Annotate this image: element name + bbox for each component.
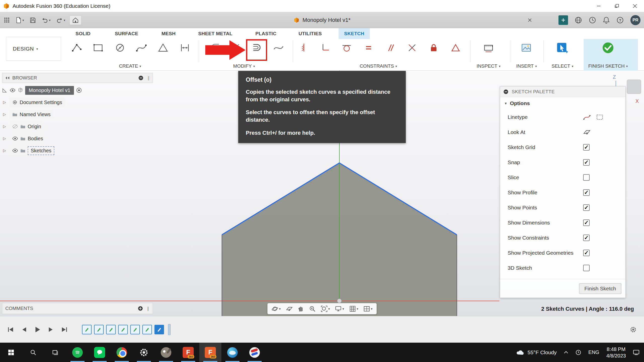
tree-row-sketches[interactable]: ▷ Sketches [2, 145, 153, 156]
sketch-curve-tool-button[interactable] [271, 40, 286, 55]
minimize-button[interactable] [590, 0, 608, 12]
insert-image-button[interactable] [519, 40, 534, 55]
slice-checkbox[interactable] [583, 174, 590, 181]
new-tab-button[interactable] [558, 15, 568, 25]
tab-surface[interactable]: SURFACE [109, 28, 144, 39]
panel-grip[interactable]: ∥ [147, 306, 150, 311]
polygon-tool-button[interactable] [155, 40, 171, 55]
finish-sketch-dropdown[interactable]: FINISH SKETCH▾ [588, 63, 628, 69]
taskbar-app-edge-browser[interactable] [221, 343, 244, 362]
coincident-constraint-button[interactable] [296, 40, 311, 55]
fix-lock-constraint-button[interactable] [426, 40, 441, 55]
task-view-icon[interactable] [44, 343, 66, 362]
job-status-clock-icon[interactable] [589, 16, 596, 24]
insert-group-dropdown[interactable]: INSERT▾ [516, 63, 537, 69]
browser-header[interactable]: BROWSER ∥ [2, 73, 153, 83]
dimension-tool-button[interactable] [177, 40, 192, 55]
timeline-sketch-feature[interactable] [106, 325, 116, 334]
comments-panel[interactable]: COMMENTS ∥ [2, 303, 153, 314]
show-points-checkbox[interactable] [583, 204, 590, 211]
web-home-icon[interactable] [575, 16, 582, 24]
expand-arrow-icon[interactable]: ▷ [2, 124, 7, 129]
symmetry-constraint-button[interactable] [448, 40, 463, 55]
step-back-button[interactable] [21, 326, 27, 333]
construction-line-icon[interactable] [583, 114, 591, 120]
taskbar-app-settings[interactable] [133, 343, 155, 362]
expand-arrow-icon[interactable]: ▷ [2, 136, 7, 141]
taskbar-clock[interactable]: 8:48 PM 4/8/2023 [606, 346, 626, 359]
tangent-constraint-button[interactable] [339, 40, 354, 55]
linetype-pattern-icon[interactable] [596, 114, 603, 120]
pan-button[interactable] [298, 305, 304, 312]
action-center-icon[interactable] [633, 349, 639, 355]
zoom-button[interactable] [309, 305, 316, 312]
orbit-button[interactable]: ▾ [271, 305, 281, 312]
grid-snap-button[interactable]: ▾ [349, 305, 358, 312]
timeline-sketch-feature[interactable] [130, 325, 140, 334]
display-settings-button[interactable]: ▾ [335, 305, 344, 312]
create-group-dropdown[interactable]: CREATE▾ [119, 63, 141, 69]
taskbar-app-gimp[interactable] [155, 343, 177, 362]
home-view-button[interactable] [69, 15, 82, 25]
timeline-position-marker[interactable] [168, 324, 171, 335]
notifications-bell-icon[interactable] [603, 16, 610, 24]
document-close-icon[interactable] [525, 16, 534, 25]
timeline-sketch-feature[interactable] [94, 325, 104, 334]
visibility-eye-icon[interactable] [10, 88, 16, 93]
play-button[interactable] [34, 326, 41, 333]
visibility-eye-icon[interactable] [12, 148, 18, 153]
close-button[interactable] [626, 0, 644, 12]
undo-button[interactable]: ▾ [40, 16, 52, 24]
fit-view-button[interactable]: ▾ [321, 305, 330, 312]
line-tool-button[interactable] [69, 40, 84, 55]
panel-grip[interactable]: ∥ [148, 75, 150, 81]
finish-sketch-button[interactable] [600, 40, 616, 55]
taskbar-app-line[interactable] [89, 343, 111, 362]
tree-row-named-views[interactable]: ▷ Named Views [2, 109, 153, 120]
timeline-sketch-feature[interactable] [118, 325, 128, 334]
help-icon[interactable]: ? [616, 16, 624, 24]
parallel-constraint-button[interactable] [383, 40, 398, 55]
finish-sketch-palette-button[interactable]: Finish Sketch [579, 283, 621, 294]
tree-row-origin[interactable]: ▷ Origin [2, 121, 153, 132]
snap-checkbox[interactable] [583, 159, 590, 166]
select-tool-button[interactable] [554, 40, 570, 55]
expand-panel-icon[interactable] [138, 306, 143, 311]
taskbar-app-fusion-360-active[interactable]: F360 [199, 343, 221, 362]
minimize-panel-icon[interactable] [138, 75, 144, 81]
show-profile-checkbox[interactable] [583, 189, 590, 196]
rectangle-tool-button[interactable] [91, 40, 106, 55]
step-forward-button[interactable] [48, 326, 54, 333]
weather-widget[interactable]: 55°F Cloudy [516, 349, 557, 355]
expand-arrow-icon[interactable]: ▷ [2, 100, 7, 105]
app-grid-icon[interactable] [2, 16, 12, 24]
select-group-dropdown[interactable]: SELECT▾ [552, 63, 573, 69]
timeline-sketch-feature-active[interactable] [154, 325, 164, 334]
tab-sheet-metal[interactable]: SHEET METAL [193, 28, 238, 39]
show-projected-geometries-checkbox[interactable] [583, 250, 590, 256]
timeline-sketch-feature[interactable] [142, 325, 152, 334]
tab-sketch[interactable]: SKETCH [339, 28, 370, 39]
show-dimensions-checkbox[interactable] [583, 219, 590, 226]
taskbar-app-fusion-360[interactable]: F360 [177, 343, 199, 362]
horizontal-vertical-constraint-button[interactable] [318, 40, 333, 55]
user-avatar[interactable]: PR [630, 15, 640, 25]
tree-row-bodies[interactable]: ▷ Bodies [2, 133, 153, 144]
save-button[interactable] [28, 16, 37, 24]
measure-tool-button[interactable] [481, 40, 496, 55]
redo-button[interactable]: ▾ [55, 16, 67, 24]
viewports-button[interactable]: ▾ [363, 305, 373, 312]
tab-solid[interactable]: SOLID [70, 28, 96, 39]
constraints-group-dropdown[interactable]: CONSTRAINTS▾ [360, 63, 397, 69]
look-at-button[interactable] [286, 305, 293, 312]
minimize-panel-icon[interactable] [503, 89, 509, 95]
modify-group-dropdown[interactable]: MODIFY▾ [233, 63, 255, 69]
timeline-settings-gear-icon[interactable] [629, 326, 637, 333]
start-button[interactable] [0, 343, 22, 362]
expand-arrow-icon[interactable]: ▷ [2, 148, 7, 153]
equal-constraint-button[interactable] [361, 40, 376, 55]
input-language-indicator[interactable]: ENG [588, 349, 599, 355]
tree-row-root[interactable]: Monopoly Hotel v1 [2, 84, 153, 96]
3d-sketch-checkbox[interactable] [583, 265, 590, 271]
spline-tool-button[interactable] [134, 40, 149, 55]
